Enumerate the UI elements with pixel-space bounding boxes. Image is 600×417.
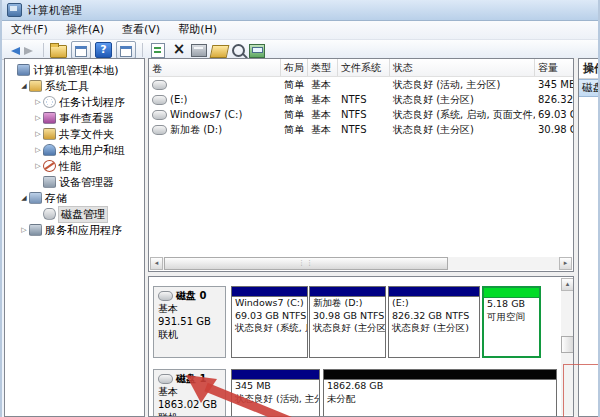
back-icon[interactable]	[7, 47, 20, 55]
partition-windows7-c[interactable]: Windows7 (C:) 69.03 GB NTFS 状态良好 (系统, 启动…	[231, 286, 308, 358]
delete-icon[interactable]	[171, 42, 187, 57]
main-area: 计算机管理(本地) ◢ 系统工具 ▷ 任务计划程序 ▷ 事件查看器	[4, 58, 596, 417]
column-header-layout[interactable]: 布局	[281, 59, 308, 76]
expand-icon[interactable]: ▷	[33, 162, 43, 170]
partition-color-bar	[232, 287, 307, 297]
disk-icon	[158, 374, 173, 384]
partition-unallocated[interactable]: 1862.68 GB 未分配	[323, 369, 557, 417]
volume-icon	[152, 95, 167, 105]
partition-free-space[interactable]: 5.18 GB 可用空间	[482, 286, 541, 358]
menu-file[interactable]: 文件(F)	[2, 21, 57, 39]
tree-item-shared-folders[interactable]: ▷ 共享文件夹	[5, 126, 144, 142]
tree-item-performance[interactable]: ▷ 性能	[5, 158, 144, 174]
menu-view[interactable]: 查看(V)	[113, 21, 169, 39]
tree-item-computer-management[interactable]: 计算机管理(本地)	[5, 62, 144, 78]
unallocated-color-bar	[324, 370, 556, 380]
scrollbar-thumb[interactable]	[164, 257, 448, 270]
partition-e[interactable]: (E:) 826.32 GB NTFS 状态良好 (主分区)	[388, 286, 480, 358]
column-header-filesystem[interactable]: 文件系统	[338, 59, 390, 76]
partition-system-reserved[interactable]: 345 MB 状态良好 (活动, 主分区)	[231, 369, 320, 417]
scroll-right-icon[interactable]: ▸	[559, 257, 572, 270]
volume-list-pane: 卷 布局 类型 文件系统 状态 容量 简单 基本 状态良好 (活动, 主分区) …	[148, 58, 574, 272]
volume-row[interactable]: 新加卷 (D:) 简单 基本 NTFS 状态良好 (主分区) 30.98 GB	[149, 122, 573, 137]
local-users-icon	[43, 144, 56, 156]
column-header-type[interactable]: 类型	[308, 59, 338, 76]
console-window-icon[interactable]	[71, 41, 91, 59]
expand-icon[interactable]: ▷	[33, 130, 43, 138]
actions-item-disk-management[interactable]: 磁盘管理	[579, 79, 600, 97]
performance-icon	[43, 160, 56, 172]
disk-management-view: 卷 布局 类型 文件系统 状态 容量 简单 基本 状态良好 (活动, 主分区) …	[148, 58, 575, 417]
expand-icon[interactable]: ▷	[19, 226, 29, 234]
event-viewer-icon	[43, 112, 56, 124]
vertical-scrollbar[interactable]: ▴	[561, 278, 574, 415]
column-header-volume[interactable]: 卷	[149, 59, 281, 76]
volume-icon	[152, 110, 167, 120]
free-space-color-bar	[484, 288, 539, 298]
horizontal-scrollbar[interactable]: ◂ ▸	[150, 257, 572, 270]
scroll-left-icon[interactable]: ◂	[150, 257, 163, 270]
tree-item-storage[interactable]: ◢ 存储	[5, 190, 144, 206]
volume-icon	[152, 80, 167, 90]
volume-row[interactable]: (E:) 简单 基本 NTFS 状态良好 (主分区) 826.32 GB	[149, 92, 573, 107]
scrollbar-thumb[interactable]	[561, 336, 574, 353]
disk1-label[interactable]: 磁盘 1 基本 1863.02 GB 联机	[153, 369, 226, 417]
tree-item-disk-management[interactable]: 磁盘管理	[5, 206, 144, 222]
tree-item-device-manager[interactable]: 设备管理器	[5, 174, 144, 190]
forward-icon[interactable]	[24, 47, 37, 55]
scroll-up-icon[interactable]: ▴	[561, 278, 574, 291]
partition-color-bar	[310, 287, 385, 297]
window-title: 计算机管理	[27, 3, 82, 18]
help-icon[interactable]	[95, 42, 112, 58]
volume-icon	[152, 125, 167, 135]
title-bar: 计算机管理	[2, 0, 598, 21]
export-icon[interactable]	[50, 45, 67, 58]
tree-item-services-applications[interactable]: ▷ 服务和应用程序	[5, 222, 144, 238]
menu-action[interactable]: 操作(A)	[57, 21, 113, 39]
tree-item-event-viewer[interactable]: ▷ 事件查看器	[5, 110, 144, 126]
shared-folders-icon	[43, 128, 56, 140]
tree-item-system-tools[interactable]: ◢ 系统工具	[5, 78, 144, 94]
disk-icon	[158, 291, 173, 301]
search-icon[interactable]	[232, 44, 245, 57]
column-header-capacity[interactable]: 容量	[535, 59, 574, 76]
open-folder-icon[interactable]	[210, 45, 230, 58]
volume-list-header: 卷 布局 类型 文件系统 状态 容量	[149, 59, 573, 77]
collapse-icon[interactable]: ◢	[19, 194, 29, 202]
device-manager-icon	[43, 176, 56, 188]
menu-help[interactable]: 帮助(H)	[169, 21, 226, 39]
partition-new-volume-d[interactable]: 新加卷 (D:) 30.98 GB NTFS 状态良好 (主分区)	[309, 286, 386, 358]
computer-management-window: 计算机管理 文件(F) 操作(A) 查看(V) 帮助(H)	[0, 0, 600, 417]
volume-row[interactable]: Windows7 (C:) 简单 基本 NTFS 状态良好 (系统, 启动, 页…	[149, 107, 573, 122]
collapse-icon[interactable]: ◢	[19, 82, 29, 90]
app-icon	[7, 3, 22, 17]
toolbar-separator	[142, 43, 143, 57]
volume-row[interactable]: 简单 基本 状态良好 (活动, 主分区) 345 MB	[149, 77, 573, 92]
tree-item-task-scheduler[interactable]: ▷ 任务计划程序	[5, 94, 144, 110]
console-tree: 计算机管理(本地) ◢ 系统工具 ▷ 任务计划程序 ▷ 事件查看器	[4, 58, 145, 417]
show-console-icon[interactable]	[116, 41, 136, 59]
expand-icon[interactable]: ▷	[33, 114, 43, 122]
menu-bar: 文件(F) 操作(A) 查看(V) 帮助(H)	[2, 21, 598, 40]
tree-item-local-users-groups[interactable]: ▷ 本地用户和组	[5, 142, 144, 158]
refresh-icon[interactable]	[151, 43, 165, 58]
services-icon	[29, 224, 42, 236]
partition-color-bar	[389, 287, 479, 297]
system-tools-icon	[29, 80, 42, 92]
disk-management-icon	[43, 208, 56, 220]
disk-graph-pane: 磁盘 0 基本 931.51 GB 联机 Windows7 (C:) 69.03…	[148, 276, 574, 417]
expand-icon[interactable]: ▷	[33, 98, 43, 106]
disk0-label[interactable]: 磁盘 0 基本 931.51 GB 联机	[153, 286, 226, 358]
toolbar-separator	[43, 43, 44, 57]
manage-icon[interactable]	[249, 44, 265, 58]
partition-color-bar	[232, 370, 319, 380]
properties-icon[interactable]	[191, 44, 207, 57]
actions-title: 操作	[579, 59, 600, 79]
toolbar	[2, 40, 598, 60]
computer-icon	[17, 64, 30, 76]
column-header-status[interactable]: 状态	[390, 59, 535, 76]
task-scheduler-icon	[43, 96, 56, 108]
storage-icon	[29, 192, 42, 204]
expand-icon[interactable]: ▷	[33, 146, 43, 154]
actions-panel: 操作 磁盘管理	[578, 58, 600, 417]
